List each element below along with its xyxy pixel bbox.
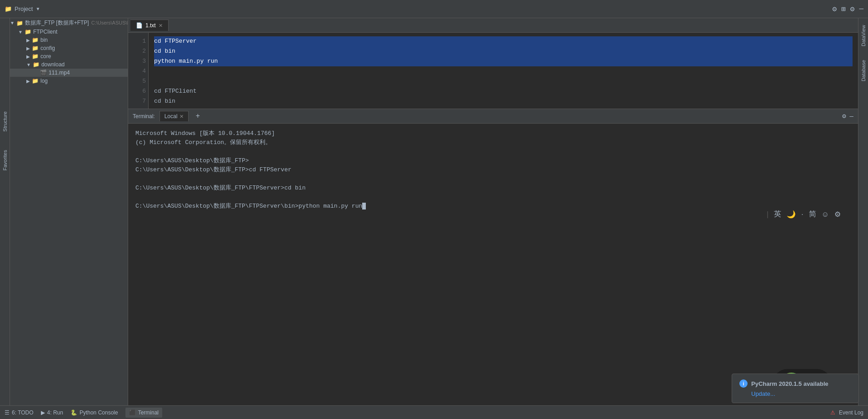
todo-label: 6: TODO bbox=[12, 409, 34, 416]
editor-tabs: 📄 1.txt ✕ bbox=[128, 18, 858, 33]
config-folder-icon: 📁 bbox=[32, 45, 39, 51]
add-terminal-button[interactable]: + bbox=[193, 112, 202, 120]
ime-settings-icon[interactable]: ⚙ bbox=[834, 210, 841, 219]
code-line-3: python main.py run bbox=[154, 56, 853, 66]
main-layout: Structure Favorites ▼ 📁 数据库_FTP [数据库+FTP… bbox=[0, 18, 868, 405]
config-arrow: ▶ bbox=[26, 46, 30, 51]
ime-chinese[interactable]: 简 bbox=[809, 210, 816, 219]
core-arrow: ▶ bbox=[26, 54, 30, 59]
update-link[interactable]: Update... bbox=[739, 390, 775, 397]
code-line-5 bbox=[154, 76, 853, 86]
ime-bar: | 英 🌙 · 简 ☺ ⚙ bbox=[767, 210, 841, 219]
ime-emoji-icon[interactable]: ☺ bbox=[822, 210, 829, 219]
terminal-settings-icon[interactable]: ⚙ bbox=[842, 112, 846, 120]
local-tab-close[interactable]: ✕ bbox=[180, 114, 184, 120]
terminal-line-3 bbox=[135, 147, 851, 156]
run-label: 4: Run bbox=[47, 409, 63, 416]
python-console-status-item[interactable]: 🐍 Python Console bbox=[70, 409, 118, 416]
tree-item-111mp4[interactable]: ▶ 🎬 111.mp4 bbox=[10, 69, 128, 77]
ime-moon-icon[interactable]: 🌙 bbox=[787, 210, 796, 219]
core-folder-icon: 📁 bbox=[32, 53, 39, 60]
tree-root[interactable]: ▼ 📁 数据库_FTP [数据库+FTP] C:\Users\ASUS\Desk… bbox=[10, 18, 128, 28]
minimize-icon[interactable]: — bbox=[859, 5, 863, 13]
code-line-1: cd FTPServer bbox=[154, 36, 853, 46]
bin-label: bin bbox=[40, 37, 48, 43]
line-num-3: 3 bbox=[130, 56, 146, 66]
terminal-title-label: Terminal: bbox=[133, 113, 155, 120]
event-log-error-icon: ⚠ bbox=[830, 409, 835, 416]
top-bar-actions: ⚙ ⊞ ⚙ — bbox=[832, 5, 863, 14]
notification-title: PyCharm 2020.1.5 available bbox=[751, 380, 828, 387]
ftpclient-arrow: ▼ bbox=[18, 30, 23, 35]
code-line-4 bbox=[154, 66, 853, 76]
sync-icon[interactable]: ⚙ bbox=[832, 5, 837, 14]
line-numbers: 1 2 3 4 5 6 7 8 bbox=[128, 33, 149, 109]
right-side-tabs: DataView Database bbox=[858, 18, 868, 405]
log-folder-icon: 📁 bbox=[32, 78, 39, 84]
settings-icon[interactable]: ⚙ bbox=[850, 5, 855, 14]
terminal-status-item[interactable]: ⬛ Terminal bbox=[125, 408, 162, 418]
tree-item-config[interactable]: ▶ 📁 config bbox=[10, 44, 128, 52]
python-console-icon: 🐍 bbox=[70, 409, 77, 416]
event-log-label[interactable]: Event Log bbox=[839, 409, 863, 416]
status-bar-right: ⚠ Event Log bbox=[830, 409, 863, 416]
terminal-line-8 bbox=[135, 193, 851, 202]
terminal-tab-local[interactable]: Local ✕ bbox=[160, 111, 189, 121]
local-tab-label: Local bbox=[165, 113, 178, 120]
todo-status-item[interactable]: ☰ 6: TODO bbox=[5, 409, 34, 416]
code-editor[interactable]: cd FTPServer cd bin python main.py run c… bbox=[149, 33, 858, 109]
terminal-header: Terminal: Local ✕ + ⚙ — bbox=[128, 109, 858, 124]
structure-tab[interactable]: Structure bbox=[1, 109, 9, 134]
terminal-cursor bbox=[362, 203, 366, 210]
line-num-7: 7 bbox=[130, 96, 146, 106]
tab-close-button[interactable]: ✕ bbox=[159, 23, 163, 29]
notification-header: i PyCharm 2020.1.5 available bbox=[739, 379, 851, 388]
terminal-line-7: C:\Users\ASUS\Desktop\数据库_FTP\FTPServer>… bbox=[135, 184, 851, 193]
root-arrow: ▼ bbox=[10, 20, 15, 25]
terminal-line-4: C:\Users\ASUS\Desktop\数据库_FTP> bbox=[135, 156, 851, 165]
core-label: core bbox=[40, 53, 51, 60]
tree-item-bin[interactable]: ▶ 📁 bin bbox=[10, 36, 128, 44]
tree-item-log[interactable]: ▶ 📁 log bbox=[10, 77, 128, 85]
tree-item-core[interactable]: ▶ 📁 core bbox=[10, 52, 128, 60]
tree-item-download[interactable]: ▼ 📁 download bbox=[10, 60, 128, 69]
code-line-6: cd FTPClient bbox=[154, 86, 853, 96]
code-line-2: cd bin bbox=[154, 46, 853, 56]
terminal-body[interactable]: Microsoft Windows [版本 10.0.19044.1766] (… bbox=[128, 124, 858, 405]
line-num-6: 6 bbox=[130, 86, 146, 96]
run-status-item[interactable]: ▶ 4: Run bbox=[41, 409, 63, 416]
tab-file-icon: 📄 bbox=[136, 22, 143, 29]
project-tree: ▼ 📁 数据库_FTP [数据库+FTP] C:\Users\ASUS\Desk… bbox=[10, 18, 128, 405]
project-label[interactable]: 📁 Project ▼ bbox=[5, 5, 40, 12]
project-title: Project bbox=[15, 5, 33, 12]
favorites-tab[interactable]: Favorites bbox=[1, 148, 9, 173]
mp4-file-icon: 🎬 bbox=[40, 70, 47, 76]
ftpclient-label: FTPClient bbox=[33, 29, 57, 35]
terminal-line-2: (c) Microsoft Corporation。保留所有权利。 bbox=[135, 138, 851, 147]
terminal-header-right: ⚙ — bbox=[842, 112, 853, 120]
config-label: config bbox=[40, 45, 55, 51]
line-num-8: 8 bbox=[130, 106, 146, 109]
terminal-line-1: Microsoft Windows [版本 10.0.19044.1766] bbox=[135, 129, 851, 138]
left-side-tabs: Structure Favorites bbox=[0, 18, 10, 405]
dataview-tab[interactable]: DataView bbox=[860, 23, 867, 49]
ime-separator: | bbox=[767, 210, 768, 219]
ime-english[interactable]: 英 bbox=[774, 210, 781, 219]
root-label: 数据库_FTP [数据库+FTP] bbox=[25, 19, 89, 27]
editor-tab-1txt[interactable]: 📄 1.txt ✕ bbox=[130, 20, 169, 31]
bin-folder-icon: 📁 bbox=[32, 37, 39, 43]
split-icon[interactable]: ⊞ bbox=[841, 5, 846, 14]
database-tab[interactable]: Database bbox=[860, 58, 867, 84]
dropdown-arrow-icon: ▼ bbox=[35, 6, 40, 11]
line-num-5: 5 bbox=[130, 76, 146, 86]
download-folder-icon: 📁 bbox=[33, 61, 40, 68]
bin-arrow: ▶ bbox=[26, 38, 30, 43]
terminal-minimize-icon[interactable]: — bbox=[850, 113, 853, 120]
mp4-label: 111.mp4 bbox=[49, 70, 70, 76]
terminal-area: Terminal: Local ✕ + ⚙ — Microsoft Window… bbox=[128, 109, 858, 405]
ime-dot[interactable]: · bbox=[801, 210, 803, 219]
status-bar: ☰ 6: TODO ▶ 4: Run 🐍 Python Console ⬛ Te… bbox=[0, 405, 868, 419]
line-num-1: 1 bbox=[130, 36, 146, 46]
tree-item-ftpclient[interactable]: ▼ 📁 FTPClient bbox=[10, 28, 128, 36]
terminal-line-9: C:\Users\ASUS\Desktop\数据库_FTP\FTPServer\… bbox=[135, 202, 851, 211]
